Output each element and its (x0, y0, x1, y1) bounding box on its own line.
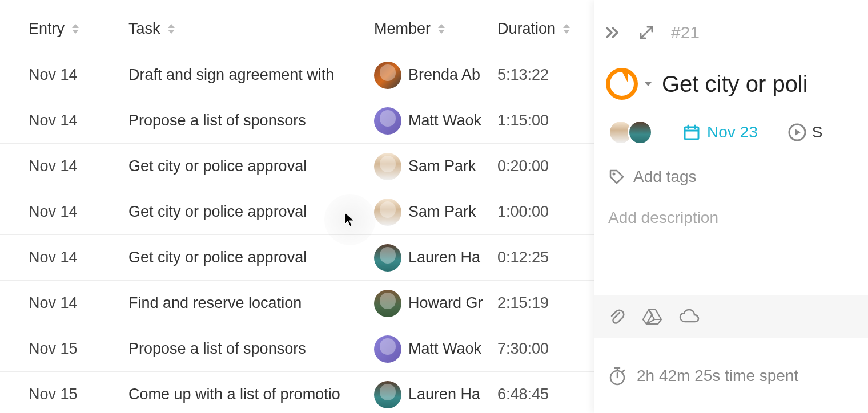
member-avatar (374, 335, 401, 363)
header-member[interactable]: Member (374, 20, 497, 38)
member-name: Matt Waok (408, 340, 481, 358)
cell-task: Propose a list of sponsors (128, 112, 374, 129)
cell-duration: 2:15:19 (497, 294, 594, 312)
member-avatar (374, 153, 401, 180)
table-header-row: Entry Task Member Duration (0, 0, 594, 52)
add-tags-label: Add tags (633, 168, 697, 186)
task-id: #21 (671, 23, 700, 42)
member-avatar (374, 62, 401, 89)
cell-member: Lauren Ha (374, 244, 497, 272)
member-avatar (374, 107, 401, 135)
cell-task: Draft and sign agreement with (128, 66, 374, 84)
cell-entry: Nov 14 (29, 66, 128, 84)
svg-line-10 (623, 370, 624, 371)
collapse-panel-button[interactable] (606, 26, 622, 39)
calendar-icon (683, 124, 700, 141)
cell-duration: 5:13:22 (497, 66, 594, 84)
table-row[interactable]: Nov 14 Get city or police approval Sam P… (0, 144, 594, 189)
member-name: Matt Waok (408, 112, 481, 129)
sort-icon (561, 22, 572, 36)
cell-entry: Nov 15 (29, 386, 128, 403)
cell-task: Propose a list of sponsors (128, 340, 374, 358)
cell-entry: Nov 14 (29, 203, 128, 221)
table-row[interactable]: Nov 14 Propose a list of sponsors Matt W… (0, 98, 594, 144)
cell-entry: Nov 14 (29, 112, 128, 129)
time-spent-row: 2h 42m 25s time spent (594, 338, 868, 386)
cell-duration: 0:20:00 (497, 157, 594, 175)
header-task-label: Task (128, 20, 160, 38)
cell-entry: Nov 14 (29, 157, 128, 175)
sort-icon (70, 22, 81, 36)
tag-icon (608, 168, 625, 185)
task-meta-row: Nov 23 S (594, 100, 868, 145)
cell-member: Sam Park (374, 153, 497, 180)
assignee-avatar (628, 120, 653, 145)
member-avatar (374, 244, 401, 272)
add-tags-button[interactable]: Add tags (594, 145, 868, 186)
cell-entry: Nov 14 (29, 249, 128, 266)
cell-entry: Nov 15 (29, 340, 128, 358)
header-duration[interactable]: Duration (497, 20, 594, 38)
play-circle-icon (788, 123, 806, 141)
cell-task: Get city or police approval (128, 249, 374, 266)
table-row[interactable]: Nov 14 Find and reserve location Howard … (0, 281, 594, 326)
paperclip-icon (608, 308, 625, 325)
task-title[interactable]: Get city or poli (662, 71, 808, 97)
description-input[interactable]: Add description (594, 186, 868, 227)
cell-duration: 0:12:25 (497, 249, 594, 266)
header-entry-label: Entry (29, 20, 65, 38)
table-row[interactable]: Nov 15 Come up with a list of promotio L… (0, 372, 594, 413)
cell-member: Matt Waok (374, 107, 497, 135)
sort-icon (166, 22, 176, 36)
member-name: Lauren Ha (408, 386, 480, 403)
table-row[interactable]: Nov 15 Propose a list of sponsors Matt W… (0, 326, 594, 372)
member-name: Sam Park (408, 203, 476, 221)
stopwatch-icon (608, 366, 626, 386)
cell-member: Sam Park (374, 199, 497, 226)
cell-task: Get city or police approval (128, 203, 374, 221)
member-avatar (374, 290, 401, 317)
due-date-chip[interactable]: Nov 23 (683, 123, 758, 141)
header-entry[interactable]: Entry (29, 20, 128, 38)
member-avatar (374, 381, 401, 408)
task-title-row: Get city or poli (594, 42, 868, 100)
table-row[interactable]: Nov 14 Get city or police approval Sam P… (0, 189, 594, 235)
cloud-button[interactable] (679, 309, 700, 324)
svg-point-5 (613, 173, 616, 176)
start-timer-button[interactable]: S (788, 123, 823, 141)
member-avatar (374, 199, 401, 226)
task-detail-panel: #21 Get city or poli Nov 23 S (594, 0, 868, 413)
member-name: Brenda Ab (408, 66, 480, 84)
cell-duration: 6:48:45 (497, 386, 594, 403)
svg-rect-0 (685, 127, 698, 139)
expand-panel-button[interactable] (639, 25, 654, 40)
table-row[interactable]: Nov 14 Draft and sign agreement with Bre… (0, 52, 594, 98)
table-row[interactable]: Nov 14 Get city or police approval Laure… (0, 235, 594, 281)
cell-duration: 1:00:00 (497, 203, 594, 221)
cell-task: Come up with a list of promotio (128, 386, 374, 403)
status-dropdown-caret-icon[interactable] (645, 82, 652, 86)
header-task[interactable]: Task (128, 20, 374, 38)
panel-toolbar: #21 (594, 23, 868, 42)
cell-member: Lauren Ha (374, 381, 497, 408)
cell-member: Brenda Ab (374, 62, 497, 89)
time-entries-table: Entry Task Member Duration Nov 14 Draft … (0, 0, 594, 413)
google-drive-button[interactable] (642, 308, 662, 325)
description-placeholder: Add description (608, 209, 718, 226)
sort-icon (436, 22, 447, 36)
cell-member: Matt Waok (374, 335, 497, 363)
cell-task: Find and reserve location (128, 294, 374, 312)
assignees-group[interactable] (608, 120, 653, 145)
header-duration-label: Duration (497, 20, 556, 38)
status-indicator-icon[interactable] (606, 68, 638, 100)
expand-icon (639, 25, 654, 40)
start-label: S (812, 123, 823, 141)
attach-file-button[interactable] (608, 308, 625, 325)
cell-entry: Nov 14 (29, 294, 128, 312)
divider (668, 120, 668, 144)
cloud-icon (679, 309, 700, 324)
time-spent-label: 2h 42m 25s time spent (637, 367, 798, 385)
google-drive-icon (642, 308, 662, 325)
due-date-label: Nov 23 (707, 123, 758, 141)
divider (773, 120, 773, 144)
